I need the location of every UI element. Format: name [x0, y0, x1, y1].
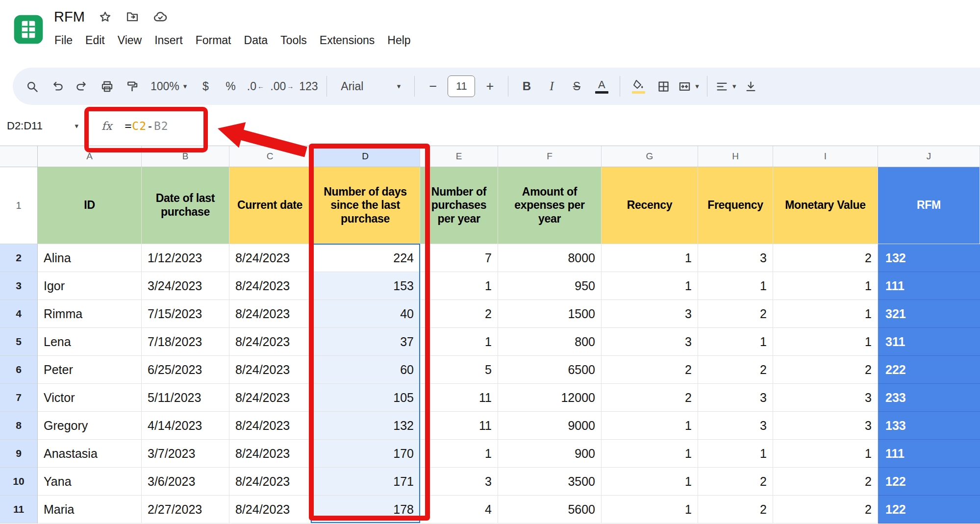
cell-F2[interactable]: 8000 — [498, 244, 602, 272]
cell-F5[interactable]: 800 — [498, 328, 602, 356]
cell-E4[interactable]: 2 — [420, 300, 498, 328]
italic-button[interactable]: I — [541, 74, 562, 99]
cell-F6[interactable]: 6500 — [498, 356, 602, 384]
star-icon[interactable] — [99, 10, 112, 24]
cell-F8[interactable]: 9000 — [498, 412, 602, 440]
cell-C9[interactable]: 8/24/2023 — [229, 440, 311, 468]
cell-F3[interactable]: 950 — [498, 272, 602, 300]
cell-B3[interactable]: 3/24/2023 — [142, 272, 229, 300]
column-header-H[interactable]: H — [698, 146, 773, 167]
cell-C11[interactable]: 8/24/2023 — [229, 496, 311, 524]
cell-J7[interactable]: 233 — [878, 384, 980, 412]
zoom-control[interactable]: 100% ▾ — [147, 74, 191, 99]
cell-B7[interactable]: 5/11/2023 — [142, 384, 229, 412]
cell-G6[interactable]: 2 — [602, 356, 698, 384]
row-header-6[interactable]: 6 — [0, 356, 38, 384]
cell-C2[interactable]: 8/24/2023 — [229, 244, 311, 272]
select-all-corner[interactable] — [0, 146, 38, 167]
cell-H6[interactable]: 2 — [698, 356, 773, 384]
cell-G9[interactable]: 1 — [602, 440, 698, 468]
cell-G4[interactable]: 3 — [602, 300, 698, 328]
cell-B8[interactable]: 4/14/2023 — [142, 412, 229, 440]
cell-G3[interactable]: 1 — [602, 272, 698, 300]
column-header-B[interactable]: B — [142, 146, 229, 167]
cell-A9[interactable]: Anastasia — [38, 440, 142, 468]
download-button[interactable] — [740, 74, 761, 99]
cell-G5[interactable]: 3 — [602, 328, 698, 356]
menu-data[interactable]: Data — [238, 31, 275, 50]
increase-font-size-button[interactable]: + — [479, 74, 500, 99]
cell-A2[interactable]: Alina — [38, 244, 142, 272]
row-header-7[interactable]: 7 — [0, 384, 38, 412]
cell-H5[interactable]: 1 — [698, 328, 773, 356]
column-header-F[interactable]: F — [498, 146, 602, 167]
bold-button[interactable]: B — [516, 74, 537, 99]
cell-B9[interactable]: 3/7/2023 — [142, 440, 229, 468]
cell-D9[interactable]: 170 — [311, 440, 420, 468]
cell-D6[interactable]: 60 — [311, 356, 420, 384]
cell-J11[interactable]: 122 — [878, 496, 980, 524]
cell-E6[interactable]: 5 — [420, 356, 498, 384]
cell-F4[interactable]: 1500 — [498, 300, 602, 328]
header-cell-G1[interactable]: Recency — [602, 167, 698, 244]
menu-edit[interactable]: Edit — [79, 31, 111, 50]
cell-J10[interactable]: 122 — [878, 468, 980, 496]
header-cell-H1[interactable]: Frequency — [698, 167, 773, 244]
redo-button[interactable] — [72, 74, 92, 99]
cell-J3[interactable]: 111 — [878, 272, 980, 300]
google-sheets-logo-icon[interactable] — [13, 14, 44, 45]
borders-button[interactable] — [653, 74, 674, 99]
menu-insert[interactable]: Insert — [148, 31, 189, 50]
merge-cells-button[interactable]: ▾ — [678, 74, 699, 99]
row-header-9[interactable]: 9 — [0, 440, 38, 468]
header-cell-I1[interactable]: Monetary Value — [773, 167, 878, 244]
cell-D5[interactable]: 37 — [311, 328, 420, 356]
cell-H7[interactable]: 3 — [698, 384, 773, 412]
cell-D2[interactable]: 224 — [311, 244, 420, 272]
strikethrough-button[interactable]: S — [566, 74, 587, 99]
cell-J2[interactable]: 132 — [878, 244, 980, 272]
cell-A5[interactable]: Lena — [38, 328, 142, 356]
cell-J6[interactable]: 222 — [878, 356, 980, 384]
font-family-control[interactable]: Arial ▾ — [335, 74, 406, 99]
header-cell-E1[interactable]: Number of purchases per year — [420, 167, 498, 244]
decrease-decimal-button[interactable]: .0 ← — [245, 74, 266, 99]
cell-G7[interactable]: 2 — [602, 384, 698, 412]
cell-F7[interactable]: 12000 — [498, 384, 602, 412]
cell-B11[interactable]: 2/27/2023 — [142, 496, 229, 524]
formula-input[interactable]: =C2-B2 — [125, 120, 168, 132]
cell-C6[interactable]: 8/24/2023 — [229, 356, 311, 384]
cell-C3[interactable]: 8/24/2023 — [229, 272, 311, 300]
cell-H10[interactable]: 2 — [698, 468, 773, 496]
cell-I9[interactable]: 1 — [773, 440, 878, 468]
cell-F11[interactable]: 5600 — [498, 496, 602, 524]
cell-C5[interactable]: 8/24/2023 — [229, 328, 311, 356]
row-header-3[interactable]: 3 — [0, 272, 38, 300]
name-box[interactable]: D2:D11 ▾ — [0, 120, 84, 132]
menu-file[interactable]: File — [48, 31, 79, 50]
cell-J9[interactable]: 111 — [878, 440, 980, 468]
cell-I6[interactable]: 2 — [773, 356, 878, 384]
cell-C7[interactable]: 8/24/2023 — [229, 384, 311, 412]
cell-A6[interactable]: Peter — [38, 356, 142, 384]
header-cell-F1[interactable]: Amount of expenses per year — [498, 167, 602, 244]
column-header-D[interactable]: D — [311, 146, 420, 167]
row-header-8[interactable]: 8 — [0, 412, 38, 440]
cell-H2[interactable]: 3 — [698, 244, 773, 272]
menu-tools[interactable]: Tools — [274, 31, 313, 50]
document-title[interactable]: RFM — [54, 9, 85, 25]
cell-A3[interactable]: Igor — [38, 272, 142, 300]
row-header-10[interactable]: 10 — [0, 468, 38, 496]
cell-C4[interactable]: 8/24/2023 — [229, 300, 311, 328]
row-header-11[interactable]: 11 — [0, 496, 38, 524]
menu-extensions[interactable]: Extensions — [313, 31, 381, 50]
cell-I5[interactable]: 1 — [773, 328, 878, 356]
cell-I2[interactable]: 2 — [773, 244, 878, 272]
fill-color-button[interactable] — [628, 74, 649, 99]
column-header-I[interactable]: I — [773, 146, 878, 167]
name-box-caret-icon[interactable]: ▾ — [75, 122, 78, 130]
cell-B4[interactable]: 7/15/2023 — [142, 300, 229, 328]
cell-G2[interactable]: 1 — [602, 244, 698, 272]
cell-H11[interactable]: 2 — [698, 496, 773, 524]
cell-F10[interactable]: 3500 — [498, 468, 602, 496]
